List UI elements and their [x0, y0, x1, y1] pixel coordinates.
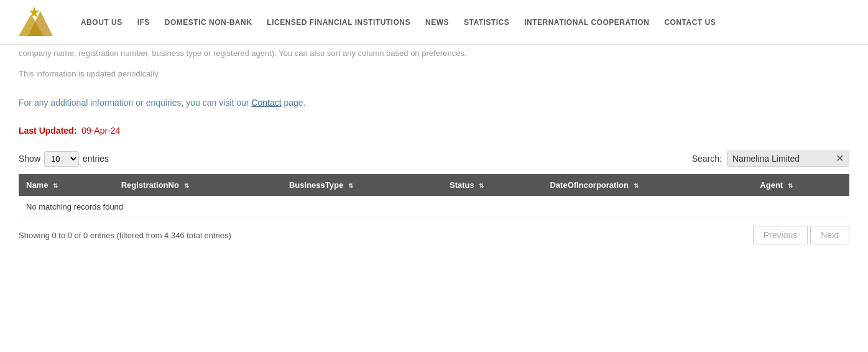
nav-links: ABOUT USIFSDOMESTIC NON-BANKLICENSED FIN… — [81, 18, 716, 27]
contact-link[interactable]: Contact — [251, 98, 281, 108]
no-records-message: No matching records found — [19, 196, 849, 218]
nav-link-statistics[interactable]: STATISTICS — [464, 18, 509, 27]
nav-link-domestic-non-bank[interactable]: DOMESTIC NON-BANK — [165, 18, 252, 27]
sort-icon-name: ⇅ — [53, 182, 58, 189]
show-entries-container: Show 10 25 50 100 entries — [19, 151, 109, 167]
info-suffix: page. — [282, 98, 306, 108]
navbar: ABOUT USIFSDOMESTIC NON-BANKLICENSED FIN… — [0, 0, 868, 45]
col-status[interactable]: Status ⇅ — [442, 174, 542, 196]
search-input[interactable] — [732, 154, 832, 164]
showing-text: Showing 0 to 0 of 0 entries (filtered fr… — [19, 231, 231, 240]
logo-icon — [12, 5, 56, 39]
nav-link-licensed-financial[interactable]: LICENSED FINANCIAL INSTITUTIONS — [267, 18, 410, 27]
show-label: Show — [19, 154, 40, 164]
col-registration-no[interactable]: RegistrationNo ⇅ — [114, 174, 282, 196]
table-controls: Show 10 25 50 100 entries Search: ✕ — [19, 146, 849, 172]
col-business-type[interactable]: BusinessType ⇅ — [282, 174, 442, 196]
no-records-row: No matching records found — [19, 196, 849, 218]
next-button[interactable]: Next — [810, 226, 849, 244]
previous-button[interactable]: Previous — [753, 226, 808, 244]
info-prefix: For any additional information or enquir… — [19, 98, 251, 108]
table-header: Name ⇅ RegistrationNo ⇅ BusinessType ⇅ S… — [19, 174, 849, 196]
pagination-bar: Showing 0 to 0 of 0 entries (filtered fr… — [19, 218, 849, 247]
subtitle-text: company name, registration number, busin… — [19, 45, 849, 65]
table-header-row: Name ⇅ RegistrationNo ⇅ BusinessType ⇅ S… — [19, 174, 849, 196]
clear-search-button[interactable]: ✕ — [836, 154, 844, 164]
logo-container — [12, 5, 56, 39]
pagination-buttons: Previous Next — [753, 226, 849, 244]
search-label: Search: — [692, 154, 722, 164]
nav-link-ifs[interactable]: IFS — [137, 18, 150, 27]
main-content: company name, registration number, busin… — [0, 45, 868, 247]
col-name[interactable]: Name ⇅ — [19, 174, 114, 196]
nav-link-international-cooperation[interactable]: INTERNATIONAL COOPERATION — [524, 18, 649, 27]
sort-icon-agent: ⇅ — [788, 182, 793, 189]
col-date-of-incorporation[interactable]: DateOfIncorporation ⇅ — [542, 174, 752, 196]
data-table: Name ⇅ RegistrationNo ⇅ BusinessType ⇅ S… — [19, 174, 849, 218]
nav-link-about-us[interactable]: ABOUT US — [81, 18, 122, 27]
nav-link-contact-us[interactable]: CONTACT US — [664, 18, 716, 27]
sort-icon-status: ⇅ — [479, 182, 484, 189]
entries-select[interactable]: 10 25 50 100 — [44, 151, 79, 167]
info-paragraph: For any additional information or enquir… — [19, 86, 849, 114]
table-body: No matching records found — [19, 196, 849, 218]
entries-label: entries — [83, 154, 109, 164]
search-input-container: ✕ — [727, 151, 849, 167]
last-updated-label: Last Updated: — [19, 126, 76, 136]
nav-link-news[interactable]: NEWS — [425, 18, 449, 27]
sort-icon-reg: ⇅ — [184, 182, 189, 189]
last-updated: Last Updated: 09-Apr-24 — [19, 114, 849, 146]
search-box: Search: ✕ — [692, 151, 849, 167]
sort-icon-biz: ⇅ — [348, 182, 353, 189]
col-agent[interactable]: Agent ⇅ — [752, 174, 849, 196]
last-updated-value: 09-Apr-24 — [81, 126, 120, 136]
periodic-note: This information is updated periodically… — [19, 65, 849, 86]
sort-icon-date: ⇅ — [634, 182, 639, 189]
